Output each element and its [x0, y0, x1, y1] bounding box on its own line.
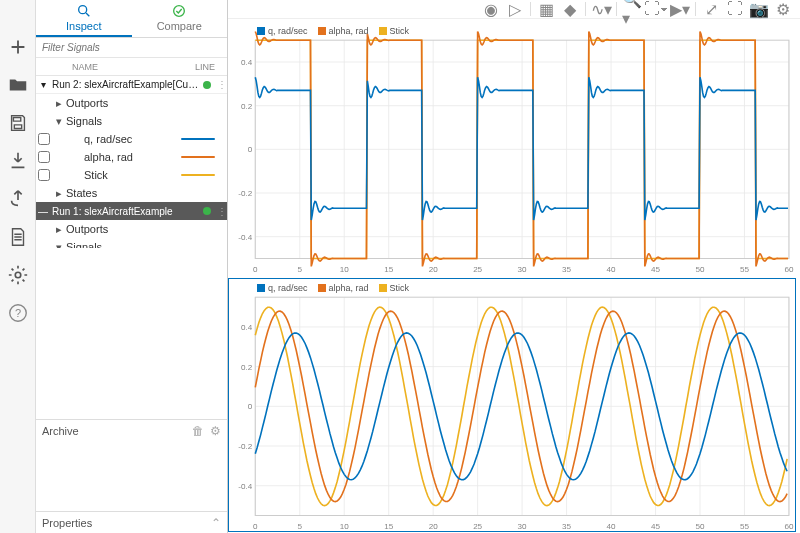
caret-icon[interactable]: ▸ — [54, 97, 64, 110]
save-icon[interactable] — [7, 112, 29, 134]
chevron-up-icon[interactable]: ⌃ — [211, 516, 221, 530]
tab-compare[interactable]: Compare — [132, 0, 228, 37]
svg-point-0 — [15, 272, 21, 278]
run-row[interactable]: ▾Run 2: slexAircraftExample[Current]⋮ — [36, 76, 227, 94]
signal-checkbox[interactable] — [38, 151, 50, 163]
svg-text:0.4: 0.4 — [241, 323, 253, 332]
camera-icon[interactable]: 📷 — [750, 0, 768, 18]
chart-bottom[interactable]: q, rad/sec alpha, rad Stick 051015202530… — [228, 278, 796, 533]
signal-checkbox[interactable] — [38, 169, 50, 181]
svg-text:0: 0 — [253, 265, 258, 274]
caret-icon[interactable]: ▾ — [54, 115, 64, 128]
tree-header: NAME LINE — [36, 58, 227, 76]
svg-text:15: 15 — [384, 521, 393, 530]
help-icon[interactable]: ? — [7, 302, 29, 324]
svg-text:30: 30 — [518, 521, 527, 530]
svg-text:-0.4: -0.4 — [238, 233, 252, 242]
folder-icon[interactable] — [7, 74, 29, 96]
tree-group[interactable]: ▸Outports — [36, 94, 227, 112]
tab-inspect[interactable]: Inspect — [36, 0, 132, 37]
more-icon[interactable]: ⋮ — [217, 79, 227, 90]
archive-section[interactable]: Archive 🗑 ⚙ — [36, 419, 227, 441]
cursor-icon[interactable]: ▶▾ — [671, 0, 689, 18]
signal-row[interactable]: Stick — [36, 166, 227, 184]
tree-group[interactable]: ▾Signals — [36, 238, 227, 248]
left-toolstrip: ? — [0, 0, 36, 533]
export-icon[interactable] — [7, 188, 29, 210]
svg-text:40: 40 — [607, 521, 616, 530]
signal-wave-icon[interactable]: ∿▾ — [592, 0, 610, 18]
svg-text:20: 20 — [429, 521, 438, 530]
fingerprint-icon[interactable]: ◉ — [482, 0, 500, 18]
svg-text:45: 45 — [651, 265, 660, 274]
signal-name: alpha, rad — [84, 151, 179, 163]
gear-icon[interactable] — [7, 264, 29, 286]
svg-text:5: 5 — [297, 265, 302, 274]
tree-group[interactable]: ▸Outports — [36, 220, 227, 238]
line-swatch — [181, 156, 215, 159]
group-label: Outports — [66, 223, 227, 235]
archive-gear-icon[interactable]: ⚙ — [210, 424, 221, 438]
run-title: Run 1: slexAircraftExample — [52, 206, 199, 217]
grid-icon[interactable]: ▦ — [537, 0, 555, 18]
svg-text:10: 10 — [340, 265, 349, 274]
svg-text:55: 55 — [740, 265, 749, 274]
group-label: States — [66, 187, 227, 199]
signal-tree[interactable]: ▾Run 2: slexAircraftExample[Current]⋮▸Ou… — [36, 76, 227, 248]
group-label: Signals — [66, 115, 227, 127]
svg-text:0: 0 — [248, 145, 253, 154]
svg-text:35: 35 — [562, 521, 571, 530]
plot-gear-icon[interactable]: ⚙ — [774, 0, 792, 18]
caret-icon[interactable]: ▾ — [38, 79, 48, 90]
tree-group[interactable]: ▸States — [36, 184, 227, 202]
svg-text:50: 50 — [695, 265, 704, 274]
svg-text:0.2: 0.2 — [241, 362, 253, 371]
fit-icon[interactable]: ⛶▾ — [647, 0, 665, 18]
header-name: NAME — [72, 62, 183, 72]
expand-icon[interactable]: ⤢ — [702, 0, 720, 18]
svg-text:-0.2: -0.2 — [238, 442, 252, 451]
caret-icon[interactable]: ▾ — [54, 241, 64, 248]
import-icon[interactable] — [7, 150, 29, 172]
fullscreen-icon[interactable]: ⛶ — [726, 0, 744, 18]
caret-icon[interactable]: ▸ — [54, 223, 64, 236]
tree-group[interactable]: ▾Signals — [36, 112, 227, 130]
svg-text:15: 15 — [384, 265, 393, 274]
header-line: LINE — [183, 62, 227, 72]
svg-point-3 — [78, 6, 86, 14]
add-icon[interactable] — [7, 36, 29, 58]
run-title: Run 2: slexAircraftExample[Current] — [52, 79, 199, 90]
signal-row[interactable]: q, rad/sec — [36, 130, 227, 148]
svg-text:10: 10 — [340, 521, 349, 530]
trash-icon[interactable]: 🗑 — [192, 424, 204, 438]
play-icon[interactable]: ▷ — [506, 0, 524, 18]
filter-input[interactable] — [36, 38, 227, 58]
signal-row[interactable]: alpha, rad — [36, 148, 227, 166]
run-row[interactable]: —Run 1: slexAircraftExample⋮ — [36, 202, 227, 220]
svg-text:60: 60 — [784, 521, 793, 530]
svg-text:60: 60 — [784, 265, 793, 274]
properties-section[interactable]: Properties ⌃ — [36, 511, 227, 533]
plot-toolbar: ◉ ▷ ▦ ◆ ∿▾ 🔍▾ ⛶▾ ▶▾ ⤢ ⛶ 📷 ⚙ — [228, 0, 800, 19]
caret-icon[interactable]: ▸ — [54, 187, 64, 200]
svg-text:0: 0 — [248, 402, 253, 411]
line-swatch — [181, 174, 215, 177]
chart-top[interactable]: q, rad/sec alpha, rad Stick 051015202530… — [228, 21, 796, 276]
svg-text:5: 5 — [297, 521, 302, 530]
zoom-icon[interactable]: 🔍▾ — [623, 0, 641, 18]
chart-legend: q, rad/sec alpha, rad Stick — [257, 283, 409, 293]
properties-label: Properties — [42, 517, 92, 529]
chart-legend: q, rad/sec alpha, rad Stick — [257, 26, 409, 36]
signal-checkbox[interactable] — [38, 133, 50, 145]
svg-text:25: 25 — [473, 521, 482, 530]
clear-icon[interactable]: ◆ — [561, 0, 579, 18]
tab-compare-label: Compare — [157, 20, 202, 32]
signal-name: Stick — [84, 169, 179, 181]
svg-text:25: 25 — [473, 265, 482, 274]
svg-text:35: 35 — [562, 265, 571, 274]
status-dot — [203, 207, 211, 215]
caret-icon[interactable]: — — [38, 206, 48, 217]
svg-text:40: 40 — [607, 265, 616, 274]
more-icon[interactable]: ⋮ — [217, 206, 227, 217]
document-icon[interactable] — [7, 226, 29, 248]
